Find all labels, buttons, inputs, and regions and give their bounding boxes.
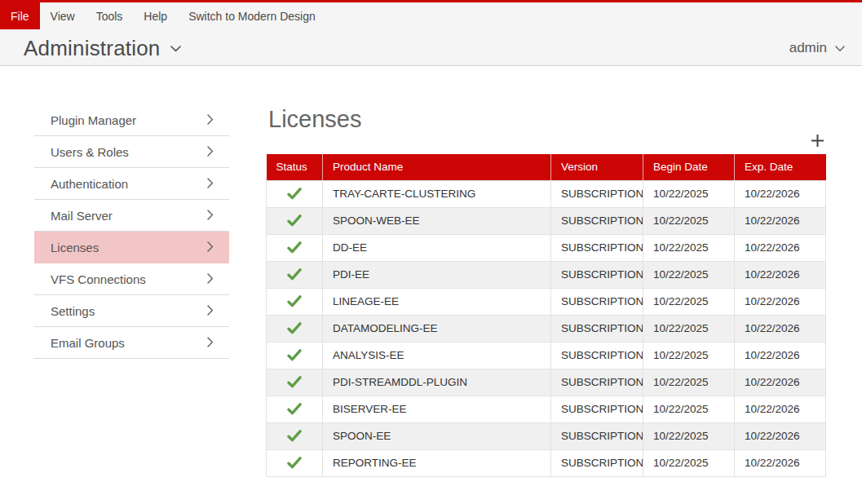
check-valid-icon — [287, 430, 302, 442]
license-row[interactable]: TRAY-CARTE-CLUSTERINGSUBSCRIPTION10/22/2… — [267, 180, 826, 207]
sidebar-item-label: Licenses — [51, 241, 99, 254]
license-row[interactable]: DATAMODELING-EESUBSCRIPTION10/22/202510/… — [267, 315, 826, 342]
column-header-status: Status — [267, 154, 323, 180]
chevron-right-icon — [207, 209, 214, 223]
chevron-right-icon — [207, 304, 214, 318]
check-valid-icon — [287, 457, 302, 469]
licenses-table: StatusProduct NameVersionBegin DateExp. … — [266, 154, 826, 477]
menu-item-tools[interactable]: Tools — [86, 2, 134, 29]
exp-date-cell: 10/22/2026 — [735, 234, 826, 261]
column-header-product-name: Product Name — [323, 154, 551, 180]
version-cell: SUBSCRIPTION — [551, 315, 643, 342]
version-cell: SUBSCRIPTION — [551, 342, 643, 369]
menu-item-file[interactable]: File — [0, 0, 40, 29]
check-valid-icon — [287, 322, 302, 334]
version-cell: SUBSCRIPTION — [551, 288, 643, 315]
menubar: FileViewToolsHelpSwitch to Modern Design — [0, 0, 862, 29]
license-row[interactable]: PDI-EESUBSCRIPTION10/22/202510/22/2026 — [267, 261, 826, 288]
product-name-cell: TRAY-CARTE-CLUSTERING — [323, 180, 551, 207]
begin-date-cell: 10/22/2025 — [643, 396, 735, 422]
version-cell: SUBSCRIPTION — [551, 261, 643, 288]
sidebar-item-plugin-manager[interactable]: Plugin Manager — [34, 104, 229, 136]
license-row[interactable]: SPOON-EESUBSCRIPTION10/22/202510/22/2026 — [267, 422, 826, 449]
license-row[interactable]: LINEAGE-EESUBSCRIPTION10/22/202510/22/20… — [267, 288, 826, 315]
begin-date-cell: 10/22/2025 — [643, 261, 735, 288]
check-valid-icon — [287, 268, 302, 281]
sidebar-item-label: Users & Roles — [51, 145, 129, 159]
sidebar-item-users-roles[interactable]: Users & Roles — [34, 136, 229, 168]
exp-date-cell: 10/22/2026 — [735, 449, 826, 476]
license-row[interactable]: SPOON-WEB-EESUBSCRIPTION10/22/202510/22/… — [267, 207, 826, 234]
chevron-down-icon — [170, 41, 181, 55]
status-cell — [267, 288, 323, 315]
license-row[interactable]: DD-EESUBSCRIPTION10/22/202510/22/2026 — [267, 234, 826, 261]
check-valid-icon — [287, 295, 302, 307]
user-menu[interactable]: admin — [789, 38, 845, 59]
sidebar-item-email-groups[interactable]: Email Groups — [34, 327, 229, 359]
version-cell: SUBSCRIPTION — [551, 449, 643, 476]
product-name-cell: DD-EE — [323, 234, 551, 261]
username-label: admin — [789, 40, 827, 56]
product-name-cell: SPOON-WEB-EE — [323, 207, 551, 234]
admin-sidebar: Plugin ManagerUsers & RolesAuthenticatio… — [34, 104, 229, 359]
chevron-right-icon — [207, 113, 214, 127]
status-cell — [267, 315, 323, 342]
chevron-down-icon — [835, 41, 845, 55]
begin-date-cell: 10/22/2025 — [643, 449, 735, 476]
exp-date-cell: 10/22/2026 — [735, 315, 826, 342]
version-cell: SUBSCRIPTION — [551, 422, 643, 449]
sidebar-item-mail-server[interactable]: Mail Server — [34, 200, 229, 232]
menu-item-switch-to-modern-design[interactable]: Switch to Modern Design — [178, 2, 326, 29]
product-name-cell: LINEAGE-EE — [323, 288, 551, 315]
status-cell — [267, 449, 323, 476]
product-name-cell: DATAMODELING-EE — [323, 315, 551, 342]
license-row[interactable]: REPORTING-EESUBSCRIPTION10/22/202510/22/… — [267, 449, 826, 476]
sidebar-item-label: VFS Connections — [51, 272, 146, 286]
menu-item-help[interactable]: Help — [133, 2, 178, 29]
begin-date-cell: 10/22/2025 — [643, 234, 735, 261]
product-name-cell: ANALYSIS-EE — [323, 342, 551, 369]
exp-date-cell: 10/22/2026 — [735, 422, 826, 449]
version-cell: SUBSCRIPTION — [551, 396, 643, 422]
sidebar-item-settings[interactable]: Settings — [34, 295, 229, 327]
begin-date-cell: 10/22/2025 — [643, 207, 735, 234]
sidebar-item-label: Plugin Manager — [51, 113, 136, 127]
begin-date-cell: 10/22/2025 — [643, 180, 735, 207]
product-name-cell: PDI-EE — [323, 261, 551, 288]
sidebar-item-label: Settings — [51, 304, 95, 318]
license-row[interactable]: ANALYSIS-EESUBSCRIPTION10/22/202510/22/2… — [267, 342, 826, 369]
exp-date-cell: 10/22/2026 — [735, 369, 826, 396]
exp-date-cell: 10/22/2026 — [735, 396, 826, 422]
begin-date-cell: 10/22/2025 — [643, 315, 735, 342]
sidebar-item-label: Authentication — [51, 177, 128, 191]
exp-date-cell: 10/22/2026 — [735, 288, 826, 315]
version-cell: SUBSCRIPTION — [551, 180, 643, 207]
menu-item-view[interactable]: View — [40, 2, 86, 29]
status-cell — [267, 234, 323, 261]
sidebar-item-licenses[interactable]: Licenses — [34, 232, 229, 263]
version-cell: SUBSCRIPTION — [551, 369, 643, 396]
license-row[interactable]: BISERVER-EESUBSCRIPTION10/22/202510/22/2… — [267, 396, 826, 422]
begin-date-cell: 10/22/2025 — [643, 288, 735, 315]
license-row[interactable]: PDI-STREAMDDL-PLUGINSUBSCRIPTION10/22/20… — [267, 369, 826, 396]
check-valid-icon — [287, 403, 302, 415]
status-cell — [267, 396, 323, 422]
check-valid-icon — [287, 214, 302, 227]
perspective-switcher[interactable]: Administration — [24, 34, 181, 62]
add-license-button[interactable] — [808, 133, 826, 151]
chevron-right-icon — [207, 241, 214, 254]
status-cell — [267, 422, 323, 449]
product-name-cell: BISERVER-EE — [323, 396, 551, 422]
exp-date-cell: 10/22/2026 — [735, 261, 826, 288]
status-cell — [267, 369, 323, 396]
page-title: Administration — [24, 36, 161, 61]
sidebar-item-vfs-connections[interactable]: VFS Connections — [34, 263, 229, 295]
column-header-version: Version — [551, 154, 643, 180]
exp-date-cell: 10/22/2026 — [735, 180, 826, 207]
product-name-cell: REPORTING-EE — [323, 449, 551, 476]
table-header: StatusProduct NameVersionBegin DateExp. … — [267, 154, 826, 180]
column-header-begin-date: Begin Date — [643, 154, 735, 180]
exp-date-cell: 10/22/2026 — [735, 207, 826, 234]
sidebar-item-authentication[interactable]: Authentication — [34, 168, 229, 200]
chevron-right-icon — [207, 272, 214, 286]
